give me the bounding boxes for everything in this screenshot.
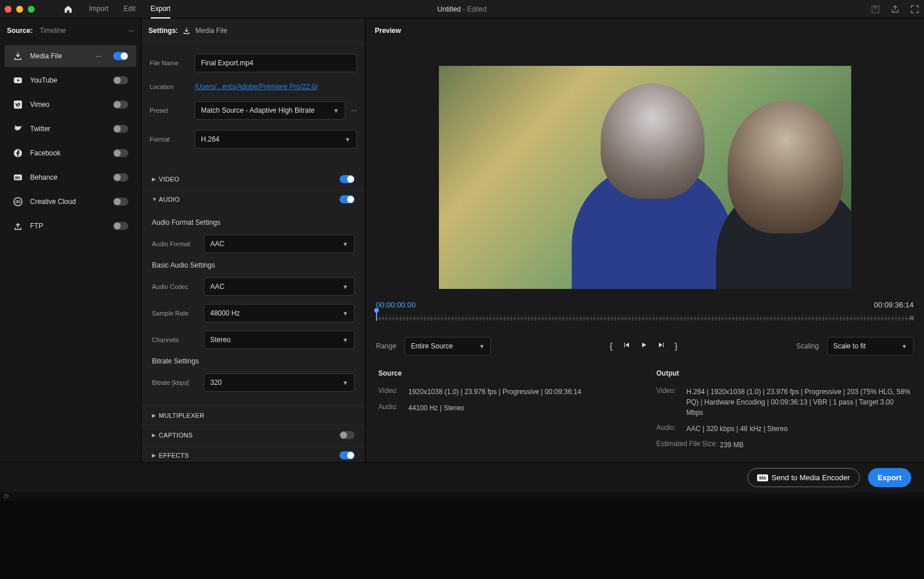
preset-dropdown[interactable]: Match Source - Adaptive High Bitrate ▼ — [195, 101, 345, 120]
section-video-header[interactable]: ▶ Video — [141, 169, 365, 189]
settings-dest-name: Media File — [195, 27, 227, 35]
chevron-down-icon: ▼ — [345, 136, 351, 143]
chevron-down-icon: ▼ — [342, 310, 348, 317]
tab-edit[interactable]: Edit — [124, 0, 136, 18]
more-icon[interactable]: ··· — [96, 52, 102, 60]
destination-toggle[interactable] — [113, 52, 128, 60]
output-info: Output Video:H.264 | 1920x1038 (1.0) | 2… — [657, 369, 912, 456]
topbar: Import Edit Export Untitled - Edited — [0, 0, 924, 18]
out-point-icon[interactable] — [910, 316, 914, 320]
destination-twitter[interactable]: Twitter — [5, 118, 136, 140]
location-link[interactable]: /Users/...ents/Adobe/Premiere Pro/22.0/ — [195, 83, 318, 91]
transport-controls: { } — [610, 342, 677, 351]
effects-toggle[interactable] — [340, 451, 355, 459]
video-toggle[interactable] — [340, 175, 355, 183]
range-label: Range — [376, 342, 396, 350]
destination-behance[interactable]: BēBehance — [5, 166, 136, 188]
source-info: Source Video:1920x1038 (1.0) | 23.976 fp… — [378, 369, 634, 456]
scaling-dropdown[interactable]: Scale to fit▼ — [827, 337, 914, 355]
edited-badge: - Edited — [463, 5, 486, 13]
close-icon[interactable] — [5, 6, 12, 13]
scrub-bar[interactable] — [376, 314, 914, 325]
chevron-down-icon: ▼ — [342, 284, 348, 290]
channels-value: Stereo — [210, 336, 230, 344]
format-value: H.264 — [201, 135, 219, 143]
share-icon[interactable] — [891, 5, 900, 14]
scaling-label: Scaling — [796, 342, 819, 350]
bitrate-settings-title: Bitrate Settings — [152, 357, 355, 365]
ftp-icon — [13, 221, 23, 231]
home-icon[interactable] — [64, 5, 73, 14]
captions-toggle[interactable] — [340, 431, 355, 439]
destination-toggle[interactable] — [113, 222, 128, 230]
cc-icon — [13, 196, 23, 207]
settings-panel: Settings: Media File File Name Location … — [141, 18, 365, 462]
tab-import[interactable]: Import — [89, 0, 109, 18]
export-button[interactable]: Export — [868, 468, 911, 487]
destination-toggle[interactable] — [113, 76, 128, 84]
destination-toggle[interactable] — [113, 198, 128, 206]
behance-icon: Bē — [13, 172, 23, 183]
chevron-down-icon: ▼ — [901, 343, 907, 350]
chevron-down-icon: ▼ — [342, 241, 348, 247]
time-in[interactable]: 00:00:00:00 — [376, 300, 416, 309]
step-forward-icon[interactable] — [658, 342, 665, 351]
destination-media-file[interactable]: Media File··· — [5, 45, 136, 67]
destination-youtube[interactable]: YouTube — [5, 69, 136, 91]
file-name-input[interactable] — [195, 54, 357, 72]
output-video-value: H.264 | 1920x1038 (1.0) | 23.976 fps | P… — [687, 387, 912, 418]
destination-facebook[interactable]: Facebook — [5, 142, 136, 164]
step-back-icon[interactable] — [623, 342, 630, 351]
main: Source: Timeline ··· Media File···YouTub… — [0, 18, 924, 462]
sync-icon[interactable]: ⟳ — [3, 492, 9, 500]
audio-format-label: Audio Format — [152, 240, 204, 247]
section-effects-header[interactable]: ▶ Effects — [141, 446, 365, 462]
chevron-down-icon: ▼ — [333, 107, 339, 114]
audio-format-dropdown[interactable]: AAC▼ — [204, 235, 355, 253]
audio-toggle[interactable] — [340, 195, 355, 203]
source-value[interactable]: Timeline — [40, 27, 66, 35]
status-bar: ⟳ — [0, 492, 924, 500]
chevron-down-icon: ▼ — [479, 343, 485, 350]
bitrate-dropdown[interactable]: 320▼ — [204, 373, 355, 392]
sample-rate-value: 48000 Hz — [210, 309, 240, 317]
send-to-media-encoder-button[interactable]: Me Send to Media Encoder — [747, 468, 859, 487]
sample-rate-dropdown[interactable]: 48000 Hz▼ — [204, 304, 355, 322]
mark-in-icon[interactable]: { — [610, 342, 613, 351]
playhead-icon[interactable] — [376, 310, 377, 321]
section-captions: ▶ Captions — [141, 425, 365, 446]
maximize-icon[interactable] — [910, 5, 919, 14]
destination-toggle[interactable] — [113, 149, 128, 157]
destination-toggle[interactable] — [113, 101, 128, 109]
section-multiplexer: ▶ Multiplexer — [141, 406, 365, 425]
destination-vimeo[interactable]: Vimeo — [5, 94, 136, 116]
destination-creative-cloud[interactable]: Creative Cloud — [5, 191, 136, 213]
preview-viewport[interactable] — [439, 66, 851, 289]
quick-export-icon[interactable] — [871, 5, 880, 14]
source-bar: Source: Timeline ··· — [0, 18, 141, 43]
section-captions-header[interactable]: ▶ Captions — [141, 425, 365, 445]
twitter-icon — [13, 124, 23, 134]
preset-more-icon[interactable]: ··· — [351, 106, 357, 114]
fullscreen-icon[interactable] — [28, 6, 35, 13]
scaling-value: Scale to fit — [833, 342, 866, 350]
section-audio-header[interactable]: ▼ Audio — [141, 190, 365, 209]
section-audio: ▼ Audio Audio Format Settings Audio Form… — [141, 190, 365, 406]
source-more-icon[interactable]: ··· — [128, 27, 134, 35]
mark-out-icon[interactable]: } — [675, 342, 678, 351]
section-multiplexer-header[interactable]: ▶ Multiplexer — [141, 406, 365, 425]
destination-toggle[interactable] — [113, 173, 128, 181]
tab-export[interactable]: Export — [151, 0, 171, 18]
chevron-down-icon: ▼ — [152, 196, 159, 202]
minimize-icon[interactable] — [16, 6, 23, 13]
destination-ftp[interactable]: FTP — [5, 215, 136, 237]
export-label: Export — [878, 473, 901, 482]
source-video-value: 1920x1038 (1.0) | 23.976 fps | Progressi… — [408, 387, 634, 397]
chevron-right-icon: ▶ — [152, 413, 159, 418]
channels-dropdown[interactable]: Stereo▼ — [204, 331, 355, 349]
destination-toggle[interactable] — [113, 125, 128, 133]
play-icon[interactable] — [640, 342, 647, 351]
range-dropdown[interactable]: Entire Source▼ — [404, 337, 491, 355]
format-dropdown[interactable]: H.264 ▼ — [195, 130, 357, 149]
audio-codec-dropdown[interactable]: AAC▼ — [204, 277, 355, 296]
